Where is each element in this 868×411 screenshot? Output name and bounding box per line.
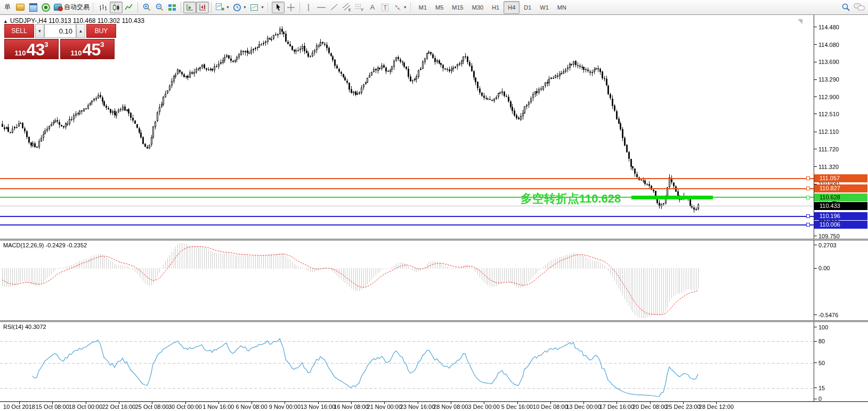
toolbar-grip: [93, 3, 95, 12]
horizontal-price-line[interactable]: [0, 178, 814, 179]
volume-input[interactable]: 0.10: [44, 24, 76, 38]
time-axis-label: 23 Nov 16:00: [400, 404, 435, 410]
time-axis-label: 22 Oct 16:00: [102, 404, 135, 410]
buy-button[interactable]: BUY: [86, 24, 116, 38]
trendline-icon: [330, 3, 338, 12]
chart-canvas[interactable]: [0, 15, 868, 411]
macd-panel-separator[interactable]: [0, 239, 868, 240]
line-drag-handle[interactable]: [806, 176, 810, 180]
collapse-panel-icon[interactable]: ▲: [3, 19, 8, 24]
metaeditor-button[interactable]: [14, 2, 27, 13]
scroll-to-end-marker[interactable]: [798, 19, 802, 24]
add-indicator-button[interactable]: ▼: [214, 2, 231, 13]
timeframe-m30[interactable]: M30: [468, 1, 488, 14]
time-axis-label: 18 Oct 00:00: [69, 404, 102, 410]
chart-shift-button[interactable]: [196, 2, 209, 13]
line-drag-handle[interactable]: [806, 223, 810, 227]
bid-price-line[interactable]: [0, 206, 814, 206]
label-button[interactable]: T: [379, 2, 392, 13]
rsi-tick-mark: [814, 362, 817, 363]
text-button[interactable]: A: [366, 2, 379, 13]
toolbar-right: [839, 2, 867, 13]
price-tick-label: 114.080: [818, 42, 839, 48]
chart-window-button[interactable]: [27, 2, 39, 13]
auto-scroll-button[interactable]: [183, 2, 196, 13]
time-axis-tick: [484, 401, 484, 404]
line-drag-handle[interactable]: [806, 214, 810, 218]
timeframe-m5[interactable]: M5: [431, 1, 448, 14]
macd-tick-mark: [814, 315, 817, 315]
candlestick-chart-button[interactable]: [110, 2, 123, 13]
zoom-out-button[interactable]: [153, 2, 166, 13]
equidistant-channel-button[interactable]: E: [340, 2, 353, 13]
time-axis-tick: [517, 401, 518, 404]
price-tick-label: 113.690: [818, 59, 839, 65]
time-axis-label: 25 Oct 08:00: [135, 404, 169, 410]
horizontal-line-button[interactable]: [315, 2, 328, 13]
price-tick-label: 112.900: [818, 94, 839, 100]
timeframe-m15[interactable]: M15: [448, 1, 467, 14]
autotrade-label: 自动交易: [64, 3, 90, 12]
line-drag-handle[interactable]: [806, 187, 810, 190]
new-order-button[interactable]: 单: [1, 2, 14, 13]
buy-price-tile[interactable]: 110453: [60, 39, 115, 59]
time-axis-label: 13 Nov 16:00: [301, 404, 335, 410]
tile-windows-button[interactable]: [166, 2, 179, 13]
sell-button[interactable]: SELL: [4, 24, 34, 38]
zoom-in-button[interactable]: [140, 2, 153, 13]
timeframe-h1[interactable]: H1: [488, 1, 504, 14]
autotrade-button[interactable]: 自动交易: [52, 2, 91, 13]
crosshair-button[interactable]: [285, 2, 297, 13]
chart-title-text: USDJPY-,H4 110.313 110.468 110.302 110.4…: [10, 17, 144, 25]
price-tick-label: 113.290: [818, 76, 839, 83]
chart-annotation-text[interactable]: 多空转折点110.628: [521, 191, 621, 207]
fibonacci-button[interactable]: F: [353, 2, 366, 13]
svg-text:E: E: [348, 8, 351, 12]
timeframe-m1[interactable]: M1: [415, 1, 431, 14]
cursor-button[interactable]: [272, 2, 285, 13]
arrows-button[interactable]: ▼: [392, 2, 409, 13]
timeframe-mn[interactable]: MN: [553, 1, 571, 14]
price-line-label: 110.628: [814, 194, 867, 202]
search-icon: [841, 3, 850, 12]
time-axis-label: 16 Nov 08:00: [334, 404, 368, 410]
search-button[interactable]: [839, 2, 852, 13]
time-axis-tick: [285, 401, 285, 404]
volume-increase-button[interactable]: ▲: [76, 24, 85, 38]
macd-tick-label: -0.5476: [818, 312, 838, 318]
time-axis-tick: [418, 401, 418, 404]
toolbar-separator: [211, 2, 212, 13]
timeframe-h4[interactable]: H4: [504, 1, 520, 14]
time-axis-label: 3 Dec 00:00: [468, 404, 500, 410]
price-tick-label: 112.510: [818, 111, 839, 117]
volume-decrease-button[interactable]: ▼: [35, 24, 44, 38]
price-tick-mark: [814, 96, 817, 97]
toolbar-separator: [181, 2, 181, 13]
horizontal-price-line[interactable]: [0, 216, 814, 217]
vertical-line-button[interactable]: [302, 2, 315, 13]
price-tick-label: 114.480: [818, 24, 839, 30]
price-tick-mark: [814, 62, 817, 62]
time-axis-label: 20 Dec 08:00: [632, 404, 667, 410]
signal-button[interactable]: [39, 2, 52, 13]
trendline-button[interactable]: [328, 2, 340, 13]
sell-price-prefix: 110: [15, 49, 26, 57]
time-axis-tick: [119, 401, 119, 404]
timeframe-w1[interactable]: W1: [536, 1, 553, 14]
line-drag-handle[interactable]: [806, 196, 810, 199]
horizontal-price-line[interactable]: [0, 188, 814, 189]
time-axis-label: 1 Nov 16:00: [202, 404, 234, 410]
timeframe-d1[interactable]: D1: [520, 1, 536, 14]
templates-button[interactable]: ▼: [248, 2, 266, 13]
periods-button[interactable]: ▼: [231, 2, 248, 13]
chat-button[interactable]: [852, 2, 867, 13]
time-axis-tick: [616, 401, 617, 404]
trendline-segment[interactable]: [631, 196, 713, 199]
line-chart-button[interactable]: [123, 2, 135, 13]
rsi-panel-separator[interactable]: [0, 320, 868, 322]
horizontal-price-line[interactable]: [0, 224, 814, 225]
sell-price-tile[interactable]: 110433: [4, 39, 59, 59]
fibonacci-icon: F: [355, 3, 364, 12]
price-line-label: 110.196: [814, 212, 867, 220]
bar-chart-button[interactable]: [97, 2, 110, 13]
